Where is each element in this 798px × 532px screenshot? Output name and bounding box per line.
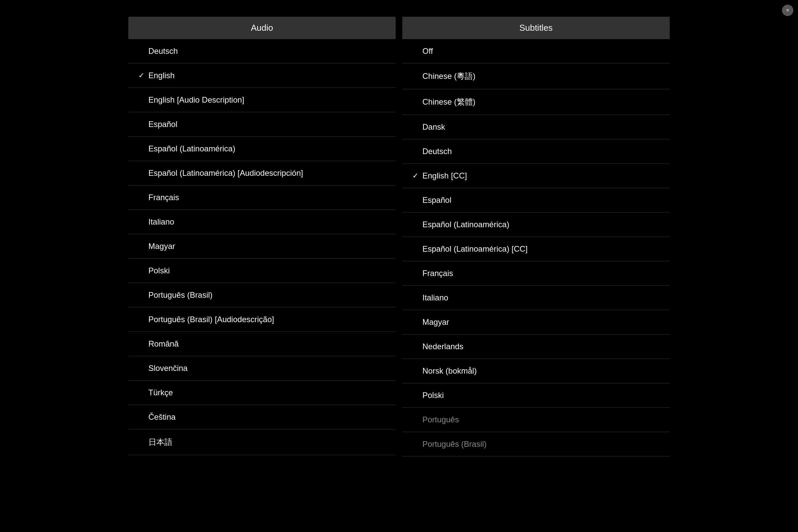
- audio-item-label: Français: [148, 193, 386, 202]
- audio-list-item[interactable]: Español (Latinoamérica): [128, 137, 396, 161]
- audio-item-label: Español (Latinoamérica) [Audiodescripció…: [148, 168, 386, 178]
- audio-item-label: Español (Latinoamérica): [148, 144, 386, 153]
- subtitles-list-item[interactable]: Chinese (繁體): [402, 89, 670, 115]
- subtitles-item-label: Dansk: [422, 122, 660, 132]
- check-icon: ✓: [138, 71, 145, 80]
- audio-list-item[interactable]: Français: [128, 186, 396, 210]
- audio-list-item[interactable]: Polski: [128, 259, 396, 283]
- subtitles-list-item[interactable]: Off: [402, 39, 670, 63]
- audio-list-item[interactable]: Português (Brasil) [Audiodescrição]: [128, 307, 396, 332]
- audio-list-item[interactable]: Español (Latinoamérica) [Audiodescripció…: [128, 161, 396, 186]
- audio-item-label: Português (Brasil) [Audiodescrição]: [148, 315, 386, 324]
- audio-panel-header: Audio: [128, 17, 396, 39]
- subtitles-list-item[interactable]: Español: [402, 188, 670, 212]
- audio-item-label: English [Audio Description]: [148, 95, 386, 104]
- subtitles-item-label: Português (Brasil): [422, 439, 660, 449]
- subtitles-item-label: Français: [422, 269, 660, 278]
- audio-item-label: Čeština: [148, 412, 386, 422]
- audio-item-label: 日本語: [148, 437, 386, 448]
- subtitles-item-label: Español (Latinoamérica) [CC]: [422, 244, 660, 254]
- audio-item-label: Türkçe: [148, 388, 386, 397]
- audio-item-label: Português (Brasil): [148, 290, 386, 300]
- audio-list-item[interactable]: Türkçe: [128, 381, 396, 405]
- audio-list-item[interactable]: Slovenčina: [128, 356, 396, 381]
- audio-list-item[interactable]: English [Audio Description]: [128, 88, 396, 112]
- audio-list-item[interactable]: Čeština: [128, 405, 396, 430]
- subtitles-list-item[interactable]: Français: [402, 261, 670, 286]
- audio-item-label: Magyar: [148, 242, 386, 251]
- subtitles-item-label: Nederlands: [422, 342, 660, 351]
- audio-list-item[interactable]: Deutsch: [128, 39, 396, 63]
- close-button[interactable]: ×: [782, 5, 793, 16]
- audio-item-label: Română: [148, 339, 386, 348]
- close-icon: ×: [786, 7, 789, 13]
- audio-item-label: Polski: [148, 266, 386, 276]
- subtitles-item-label: Português: [422, 415, 660, 424]
- subtitles-panel-header: Subtitles: [402, 17, 670, 39]
- subtitles-list-item[interactable]: Dansk: [402, 115, 670, 139]
- subtitles-list-item[interactable]: Deutsch: [402, 139, 670, 164]
- subtitles-list-item[interactable]: Magyar: [402, 310, 670, 335]
- audio-list-item[interactable]: Română: [128, 332, 396, 356]
- subtitles-panel: Subtitles OffChinese (粵語)Chinese (繁體)Dan…: [402, 17, 670, 456]
- audio-item-label: Español: [148, 120, 386, 129]
- subtitles-item-label: Deutsch: [422, 147, 660, 156]
- audio-item-label: Slovenčina: [148, 364, 386, 373]
- subtitles-list-item[interactable]: Português (Brasil): [402, 432, 670, 456]
- subtitles-list-item[interactable]: Polski: [402, 383, 670, 408]
- audio-list: Deutsch✓EnglishEnglish [Audio Descriptio…: [128, 39, 396, 455]
- subtitles-list-item[interactable]: Español (Latinoamérica): [402, 212, 670, 237]
- check-icon: ✓: [412, 171, 419, 180]
- subtitles-list-item[interactable]: ✓English [CC]: [402, 164, 670, 188]
- subtitles-item-label: English [CC]: [422, 171, 660, 180]
- audio-item-label: Italiano: [148, 217, 386, 227]
- subtitles-list-item[interactable]: Español (Latinoamérica) [CC]: [402, 237, 670, 261]
- audio-list-item[interactable]: 日本語: [128, 430, 396, 455]
- subtitles-item-label: Polski: [422, 391, 660, 400]
- audio-item-label: Deutsch: [148, 46, 386, 56]
- subtitles-item-label: Español: [422, 195, 660, 205]
- audio-list-item[interactable]: Português (Brasil): [128, 283, 396, 307]
- audio-list-item[interactable]: Italiano: [128, 210, 396, 234]
- audio-list-item[interactable]: ✓English: [128, 63, 396, 88]
- subtitles-item-label: Español (Latinoamérica): [422, 220, 660, 229]
- panels-container: Audio Deutsch✓EnglishEnglish [Audio Desc…: [0, 0, 798, 473]
- subtitles-item-label: Italiano: [422, 293, 660, 302]
- audio-list-item[interactable]: Magyar: [128, 234, 396, 259]
- subtitles-list-item[interactable]: Chinese (粵語): [402, 63, 670, 89]
- subtitles-list-item[interactable]: Português: [402, 408, 670, 432]
- audio-panel: Audio Deutsch✓EnglishEnglish [Audio Desc…: [128, 17, 396, 456]
- audio-item-label: English: [148, 71, 386, 80]
- audio-list-item[interactable]: Español: [128, 112, 396, 137]
- subtitles-item-label: Chinese (粵語): [422, 71, 660, 81]
- subtitles-item-label: Off: [422, 46, 660, 56]
- subtitles-item-label: Chinese (繁體): [422, 97, 660, 107]
- subtitles-item-label: Norsk (bokmål): [422, 366, 660, 376]
- subtitles-list-item[interactable]: Norsk (bokmål): [402, 359, 670, 383]
- subtitles-item-label: Magyar: [422, 318, 660, 327]
- subtitles-list-item[interactable]: Nederlands: [402, 335, 670, 359]
- subtitles-list-item[interactable]: Italiano: [402, 286, 670, 310]
- subtitles-list: OffChinese (粵語)Chinese (繁體)DanskDeutsch✓…: [402, 39, 670, 456]
